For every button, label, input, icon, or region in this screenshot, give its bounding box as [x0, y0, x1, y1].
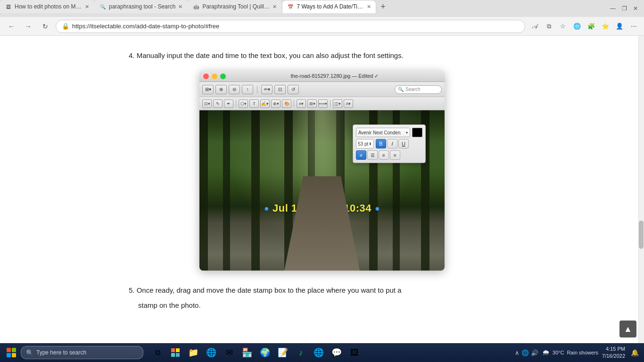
clock-time: 4:15 PM — [602, 346, 625, 353]
date-stamp-overlay[interactable]: Jul 15th,2020 10:34 — [264, 202, 380, 214]
refresh-button[interactable]: ↻ — [39, 20, 52, 33]
mac-zoom-in-btn[interactable]: ⊕ — [215, 85, 227, 94]
align-left-button[interactable]: ≡ — [356, 150, 366, 160]
read-aloud-icon[interactable]: 𝒜 — [529, 21, 540, 32]
network-icon[interactable]: 🌐 — [521, 349, 529, 356]
taskbar-icon-chrome2[interactable]: 🌐 — [310, 344, 327, 361]
mac-tool-arrange[interactable]: ⊞▾ — [307, 99, 317, 108]
new-tab-button[interactable]: + — [376, 0, 389, 13]
right-handle[interactable] — [376, 207, 380, 211]
mac-minimize-btn[interactable] — [212, 74, 217, 79]
mac-tool-shapes[interactable]: ⬡▾ — [239, 99, 248, 108]
mac-tool-border[interactable]: ◫▾ — [333, 99, 342, 108]
font-color-swatch[interactable] — [412, 128, 422, 137]
font-selector[interactable]: Avenir Next Condens... ▾ — [356, 128, 410, 137]
tab-3[interactable]: 🤖 Paraphrasing Tool | QuillBot AI ✕ — [188, 0, 282, 13]
mac-markup-btn[interactable]: ✏▾ — [261, 85, 272, 94]
mac-tool-font-color[interactable]: A▾ — [344, 99, 353, 108]
taskbar-icon-task-view[interactable]: ⧉ — [149, 344, 166, 361]
mac-view-btn[interactable]: ⊞▾ — [202, 85, 214, 94]
mac-search-bar[interactable]: 🔍 Search — [395, 85, 442, 94]
taskbar-icon-store[interactable]: 🏪 — [239, 344, 256, 361]
font-size-input[interactable]: 53 pt ⬍ — [356, 139, 374, 148]
tab-2[interactable]: 🔍 paraphrasing tool - Search ✕ — [94, 0, 188, 13]
volume-icon[interactable]: 🔊 — [531, 349, 538, 356]
tab-1-favicon: 🖼 — [5, 3, 12, 10]
lock-icon: 🔒 — [62, 23, 69, 30]
back-button[interactable]: ← — [5, 20, 18, 33]
taskbar-icon-word[interactable]: 📝 — [274, 344, 291, 361]
italic-button[interactable]: I — [387, 139, 397, 148]
mac-close-btn[interactable] — [203, 74, 209, 79]
mac-tool-flip[interactable]: ⟺▾ — [318, 99, 328, 108]
nav-bar: ← → ↻ 🔒 https://itselectable.com/add-dat… — [0, 17, 644, 36]
taskbar-icon-photos[interactable]: 🖼 — [346, 344, 363, 361]
tab-1-close[interactable]: ✕ — [85, 4, 89, 10]
taskbar-icon-emoji[interactable] — [167, 344, 184, 361]
mac-tool-sign[interactable]: ✍▾ — [260, 99, 270, 108]
tray-up-icon[interactable]: ∧ — [515, 349, 520, 356]
mac-zoom-out-btn[interactable]: ⊖ — [229, 85, 240, 94]
favorites-bar-icon[interactable]: ⭐ — [600, 21, 611, 32]
mac-tool-select[interactable]: ⊡▾ — [202, 99, 212, 108]
scrollbar-thumb[interactable] — [639, 221, 644, 249]
scroll-to-top-button[interactable]: ▲ — [619, 321, 636, 337]
taskbar-icon-files[interactable]: 📁 — [185, 344, 202, 361]
mac-tool-text[interactable]: T — [249, 99, 259, 108]
restore-button[interactable]: ❐ — [619, 4, 629, 13]
tab-3-close[interactable]: ✕ — [272, 4, 277, 10]
tab-2-close[interactable]: ✕ — [178, 4, 182, 10]
forest-background: Jul 15th,2020 10:34 Avenir Next Condens.… — [199, 110, 445, 271]
tab-4-close[interactable]: ✕ — [367, 4, 371, 10]
mac-tool-align[interactable]: ≡▾ — [297, 99, 306, 108]
split-screen-icon[interactable]: ⧉ — [543, 21, 554, 32]
underline-button[interactable]: U — [398, 139, 409, 148]
font-name-label: Avenir Next Condens... — [358, 130, 401, 135]
forward-button[interactable]: → — [22, 20, 35, 33]
font-size-stepper[interactable]: ⬍ — [369, 142, 372, 146]
profile-icon[interactable]: 👤 — [614, 21, 625, 32]
taskbar-icon-chrome[interactable]: 🌍 — [256, 344, 273, 361]
tab-2-label: paraphrasing tool - Search — [109, 3, 175, 10]
collections-icon[interactable]: 🌐 — [571, 21, 583, 32]
left-handle[interactable] — [264, 207, 268, 211]
mac-tool-color[interactable]: 🎨 — [282, 99, 291, 108]
close-button[interactable]: ✕ — [631, 4, 640, 13]
align-right-button[interactable]: ≡ — [379, 150, 389, 160]
mac-share-btn[interactable]: ↑ — [242, 85, 253, 94]
mac-zoom-btn[interactable] — [220, 74, 226, 79]
weather-temp: 30°C — [553, 350, 564, 355]
taskbar-icon-spotify[interactable]: ♪ — [292, 344, 309, 361]
mac-crop-btn[interactable]: ⊡ — [274, 85, 286, 94]
align-center-button[interactable]: ☰ — [367, 150, 378, 160]
taskbar-search[interactable]: 🔍 Type here to search — [21, 346, 143, 359]
taskbar-icon-edge[interactable]: 🌐 — [203, 344, 220, 361]
url-text: https://itselectable.com/add-date-stamp-… — [72, 23, 519, 30]
extensions-icon[interactable]: 🧩 — [586, 21, 597, 32]
notification-button[interactable]: 🔔 — [629, 347, 640, 358]
taskbar-icon-msg[interactable]: 💬 — [328, 344, 345, 361]
mac-rotate-btn[interactable]: ↺ — [288, 85, 299, 94]
bold-button[interactable]: B — [376, 139, 386, 148]
more-icon[interactable]: ⋯ — [628, 21, 639, 32]
mac-tool-sketch[interactable]: ✎ — [213, 99, 223, 108]
tab-bar: 🖼 How to edit photos on Mac 202... ✕ 🔍 p… — [0, 0, 644, 17]
align-justify-button[interactable]: ≡ — [390, 150, 400, 160]
tab-1[interactable]: 🖼 How to edit photos on Mac 202... ✕ — [0, 0, 94, 13]
scrollbar-track[interactable] — [638, 36, 644, 343]
mac-tool-adjust[interactable]: ⊕▾ — [271, 99, 281, 108]
minimize-button[interactable]: — — [608, 4, 618, 13]
weather-status[interactable]: 🌧 30°C Rain showers — [542, 348, 598, 357]
tab-1-label: How to edit photos on Mac 202... — [15, 3, 82, 10]
address-bar[interactable]: 🔒 https://itselectable.com/add-date-stam… — [56, 20, 525, 33]
favorites-icon[interactable]: ☆ — [557, 21, 569, 32]
tab-4[interactable]: 📅 7 Ways to Add A Date/Time Sta... ✕ — [282, 0, 376, 13]
light-beam — [294, 110, 350, 271]
taskbar-icon-mail[interactable]: ✉ — [221, 344, 238, 361]
clock[interactable]: 4:15 PM 7/16/2022 — [602, 346, 625, 360]
tab-4-favicon: 📅 — [287, 3, 294, 10]
date-stamp-text: Jul 15th,2020 10:34 — [272, 202, 372, 214]
mac-tool-draw[interactable]: ✒ — [224, 99, 233, 108]
taskbar: 🔍 Type here to search ⧉ 📁 🌐 ✉ 🏪 🌍 📝 ♪ 🌐 … — [0, 343, 644, 362]
start-button[interactable] — [4, 345, 19, 360]
